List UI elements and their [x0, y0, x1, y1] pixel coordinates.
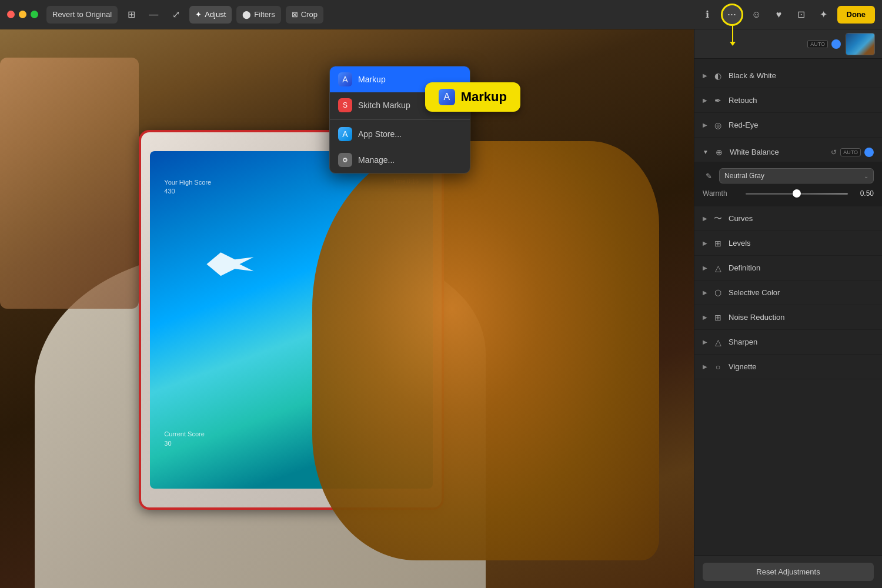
titlebar: Revert to Original ⊞ — ⤢ ✦ Adjust ⬤ Filt… — [0, 0, 882, 29]
scene-cat — [312, 141, 659, 560]
crop-icon: ⊠ — [292, 10, 298, 19]
dropdown-item-appstore[interactable]: A App Store... — [330, 121, 470, 147]
magic-wand-icon[interactable]: ✦ — [815, 6, 833, 24]
selective-color-label: Selective Color — [729, 288, 874, 297]
wb-eyedropper-icon[interactable]: ✎ — [703, 170, 714, 182]
dropdown-item-manage[interactable]: ⚙ Manage... — [330, 147, 470, 173]
appstore-icon: A — [338, 127, 352, 141]
retouch-icon: ✒ — [712, 95, 724, 106]
dropdown-skitch-label: Skitch Markup — [358, 101, 410, 110]
vignette-chevron: ▶ — [703, 363, 707, 370]
wb-mode-select[interactable]: Neutral Gray ⌄ — [719, 168, 874, 183]
adjustment-row-vignette[interactable]: ▶ ○ Vignette — [694, 355, 882, 379]
white-balance-expanded: ✎ Neutral Gray ⌄ Warmth 0.50 — [694, 162, 882, 206]
wb-mode-value: Neutral Gray — [724, 172, 764, 180]
noise-reduction-chevron: ▶ — [703, 314, 707, 320]
black-white-label: Black & White — [729, 71, 874, 80]
view-toggle-icon[interactable]: ⊞ — [122, 6, 140, 24]
sidebar: AUTO ▶ ◐ Black & White ▶ ✒ Retouch — [694, 29, 882, 588]
adjustment-row-red-eye[interactable]: ▶ ◎ Red-Eye — [694, 113, 882, 138]
white-balance-reset-icon[interactable]: ↺ — [831, 148, 837, 156]
markup-bubble-label: Markup — [461, 89, 507, 105]
curves-label: Curves — [729, 214, 874, 223]
crop-tab[interactable]: ⊠ Crop — [286, 6, 323, 24]
adjustment-row-white-balance[interactable]: ▼ ⊕ White Balance ↺ AUTO — [694, 138, 882, 162]
curves-icon: 〜 — [712, 213, 724, 225]
wb-warmth-slider[interactable] — [746, 193, 848, 195]
white-balance-label: White Balance — [730, 148, 831, 156]
black-white-chevron: ▶ — [703, 72, 707, 79]
dropdown-divider — [330, 119, 470, 120]
scene-pillow — [0, 58, 139, 309]
filters-tab[interactable]: ⬤ Filters — [236, 6, 280, 24]
definition-label: Definition — [729, 263, 874, 272]
levels-chevron: ▶ — [703, 240, 707, 246]
fullscreen-button[interactable] — [31, 11, 38, 18]
info-icon[interactable]: ℹ — [699, 6, 716, 24]
markup-bubble: A Markup — [425, 82, 520, 112]
curves-chevron: ▶ — [703, 215, 707, 222]
red-eye-label: Red-Eye — [729, 121, 874, 129]
vignette-icon: ○ — [712, 361, 724, 373]
reset-adjustments-button[interactable]: Reset Adjustments — [703, 563, 874, 581]
retouch-label: Retouch — [729, 96, 874, 105]
sidebar-thumbnail — [846, 33, 875, 55]
sharpen-label: Sharpen — [729, 338, 874, 346]
red-eye-chevron: ▶ — [703, 122, 707, 128]
minimize-button[interactable] — [19, 11, 26, 18]
game-score-top: Your High Score430 — [164, 178, 211, 196]
adjustment-row-sharpen[interactable]: ▶ △ Sharpen — [694, 330, 882, 355]
sidebar-footer: Reset Adjustments — [694, 555, 882, 588]
close-button[interactable] — [7, 11, 15, 18]
adjustment-row-noise-reduction[interactable]: ▶ ⊞ Noise Reduction — [694, 305, 882, 330]
wb-warmth-label: Warmth — [703, 189, 741, 198]
adjustment-row-definition[interactable]: ▶ △ Definition — [694, 256, 882, 280]
white-balance-auto-badge: AUTO — [840, 148, 861, 156]
expand-icon[interactable]: ⤢ — [167, 6, 185, 24]
filters-icon: ⬤ — [242, 10, 251, 19]
sharpen-icon: △ — [712, 336, 724, 348]
noise-reduction-label: Noise Reduction — [729, 313, 874, 322]
done-button[interactable]: Done — [837, 6, 876, 24]
markup-icon: A — [338, 72, 352, 86]
adjustment-row-levels[interactable]: ▶ ⊞ Levels — [694, 231, 882, 256]
white-balance-controls: ↺ AUTO — [831, 148, 874, 157]
selective-color-chevron: ▶ — [703, 289, 707, 296]
sidebar-header: AUTO — [694, 29, 882, 59]
slider-icon[interactable]: — — [145, 6, 162, 24]
share-icon[interactable]: ☺ — [748, 6, 766, 24]
wb-warmth-value: 0.50 — [853, 189, 874, 198]
more-options-button[interactable]: ··· — [721, 4, 743, 26]
adjustment-row-curves[interactable]: ▶ 〜 Curves — [694, 206, 882, 231]
adjust-icon: ✦ — [195, 10, 202, 19]
white-balance-icon: ⊕ — [713, 146, 725, 158]
auto-circle — [831, 39, 841, 49]
more-options-wrapper: ··· — [721, 4, 743, 26]
game-creature — [206, 252, 253, 276]
definition-icon: △ — [712, 262, 724, 274]
traffic-lights — [7, 11, 38, 18]
dropdown-markup-label: Markup — [358, 75, 386, 84]
main-content: Your High Score430 Time 0:16 Current Sco… — [0, 29, 882, 588]
sidebar-top-icons: AUTO — [807, 39, 841, 49]
auto-badge: AUTO — [807, 40, 828, 48]
adjustment-row-selective-color[interactable]: ▶ ⬡ Selective Color — [694, 280, 882, 305]
levels-label: Levels — [729, 239, 874, 248]
heart-icon[interactable]: ♥ — [770, 6, 788, 24]
photo-area: Your High Score430 Time 0:16 Current Sco… — [0, 29, 694, 588]
retouch-chevron: ▶ — [703, 97, 707, 103]
adjustment-row-black-white[interactable]: ▶ ◐ Black & White — [694, 64, 882, 88]
wb-select-chevron-icon: ⌄ — [864, 173, 868, 179]
wb-warmth-row: Warmth 0.50 — [703, 189, 874, 198]
sidebar-scroll[interactable]: ▶ ◐ Black & White ▶ ✒ Retouch ▶ ◎ Red-Ey… — [694, 59, 882, 555]
skitch-icon: S — [338, 98, 352, 112]
selective-color-icon: ⬡ — [712, 287, 724, 299]
adjust-tab[interactable]: ✦ Adjust — [189, 6, 232, 24]
sharpen-chevron: ▶ — [703, 339, 707, 345]
album-icon[interactable]: ⊡ — [793, 6, 810, 24]
dropdown-manage-label: Manage... — [358, 155, 395, 165]
revert-button[interactable]: Revert to Original — [46, 6, 118, 24]
adjustment-row-retouch[interactable]: ▶ ✒ Retouch — [694, 88, 882, 113]
manage-icon: ⚙ — [338, 153, 352, 167]
white-balance-chevron: ▼ — [703, 149, 709, 155]
